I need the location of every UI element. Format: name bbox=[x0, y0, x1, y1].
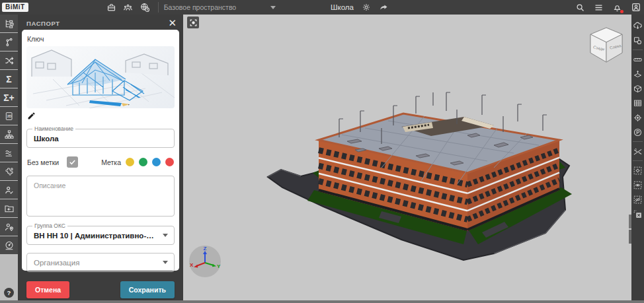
workspace-label: Базовое пространство bbox=[164, 3, 236, 11]
grid-plus-icon[interactable] bbox=[631, 96, 644, 110]
panel-title: ПАСПОРТ bbox=[26, 20, 60, 27]
organization-placeholder: Организация bbox=[27, 253, 163, 271]
chart-waves-icon[interactable] bbox=[0, 144, 18, 162]
search-icon[interactable] bbox=[575, 3, 585, 13]
app-window: BiMiT Базовое пространство Школа bbox=[0, 0, 644, 303]
topbar-divider bbox=[158, 2, 159, 13]
label-chip-blue[interactable] bbox=[152, 158, 161, 166]
name-field[interactable]: Наименование bbox=[26, 129, 175, 148]
user-check-icon[interactable] bbox=[0, 181, 18, 199]
parking-icon[interactable] bbox=[631, 125, 644, 139]
oks-group-select[interactable]: Группа ОКС ВН НН 10 | Административно-де… bbox=[26, 226, 175, 245]
svg-text:2D: 2D bbox=[7, 114, 11, 118]
user-pin-icon[interactable] bbox=[0, 218, 18, 236]
gauge-icon[interactable] bbox=[0, 236, 18, 254]
workspace-dropdown[interactable]: Базовое пространство bbox=[164, 3, 276, 11]
label-chip-yellow[interactable] bbox=[126, 158, 134, 166]
axis-z-label: Z bbox=[204, 246, 207, 252]
selection-gear-icon[interactable] bbox=[631, 163, 644, 178]
notifications-bell-icon[interactable] bbox=[612, 3, 622, 13]
navigation-cube[interactable]: Сзади Слева bbox=[588, 25, 625, 65]
oks-group-label: Группа ОКС bbox=[32, 222, 67, 229]
folder-share-icon[interactable] bbox=[0, 199, 18, 217]
help-button[interactable]: ? bbox=[4, 288, 14, 298]
model-tree-icon[interactable] bbox=[0, 15, 18, 32]
no-label-text: Без метки bbox=[27, 158, 59, 166]
check-icon bbox=[69, 158, 76, 166]
ruler-icon[interactable] bbox=[631, 52, 644, 67]
label-chip-red[interactable] bbox=[165, 158, 174, 166]
name-input[interactable] bbox=[27, 129, 174, 147]
project-title: Школа bbox=[331, 3, 354, 11]
cloud-download-icon[interactable] bbox=[631, 18, 644, 33]
focus-icon bbox=[189, 18, 198, 27]
menu-list-icon[interactable] bbox=[594, 3, 604, 13]
shuffle-icon[interactable] bbox=[0, 51, 18, 69]
axis-y-label: Y bbox=[217, 263, 221, 269]
toolbar-divider bbox=[633, 141, 643, 142]
account-icon[interactable] bbox=[631, 2, 641, 13]
doc-2d-icon[interactable]: 2D bbox=[0, 107, 18, 125]
chevron-down-icon bbox=[163, 261, 168, 264]
organization-select[interactable]: Организация bbox=[26, 253, 175, 272]
key-label: Ключ bbox=[27, 35, 175, 43]
app-logo[interactable]: BiMiT bbox=[2, 3, 28, 12]
label-chip-green[interactable] bbox=[139, 158, 147, 166]
viewport-3d[interactable]: Сзади Слева Z X Y bbox=[183, 15, 631, 300]
section-plane-icon[interactable] bbox=[631, 67, 644, 81]
notification-badge bbox=[620, 10, 624, 13]
selection-eye-icon[interactable] bbox=[631, 178, 644, 192]
team-icon[interactable] bbox=[123, 3, 133, 13]
shapes-select-icon[interactable] bbox=[631, 33, 644, 48]
org-chart-icon[interactable] bbox=[0, 125, 18, 143]
briefcase-icon[interactable] bbox=[106, 3, 116, 13]
model-preview-image[interactable] bbox=[26, 46, 175, 108]
label-picker-text: Метка bbox=[101, 158, 121, 166]
save-button[interactable]: Сохранить bbox=[120, 281, 175, 298]
sigma-plus-icon[interactable]: Σ+ bbox=[0, 88, 18, 106]
share-icon[interactable] bbox=[379, 3, 389, 13]
graph-node-icon[interactable] bbox=[0, 33, 18, 51]
plugin-puzzle-icon[interactable] bbox=[0, 162, 18, 180]
chevron-down-icon bbox=[163, 234, 168, 237]
focus-model-button[interactable] bbox=[187, 17, 199, 28]
gear-icon[interactable] bbox=[362, 3, 371, 12]
top-bar: BiMiT Базовое пространство Школа bbox=[0, 0, 644, 15]
building-model[interactable] bbox=[183, 15, 631, 300]
left-toolbar: Σ Σ+ 2D ? bbox=[0, 15, 18, 300]
name-field-label: Наименование bbox=[32, 125, 75, 132]
target-icon[interactable] bbox=[631, 110, 644, 125]
passport-panel: ПАСПОРТ ✕ Ключ bbox=[18, 15, 183, 300]
description-field[interactable] bbox=[26, 176, 175, 217]
right-toolbar bbox=[631, 15, 644, 300]
selection-eye-off-icon[interactable] bbox=[631, 192, 644, 207]
passport-form: Ключ bbox=[22, 30, 179, 271]
oks-group-value: ВН НН 10 | Административно-деловые объе.… bbox=[27, 226, 163, 244]
axis-x-label: X bbox=[190, 262, 194, 268]
globe-clock-icon[interactable] bbox=[140, 2, 150, 13]
hidden-line-icon[interactable] bbox=[631, 144, 644, 158]
axis-gizmo[interactable]: Z X Y bbox=[189, 246, 221, 277]
description-textarea[interactable] bbox=[27, 176, 174, 213]
toolbar-divider bbox=[633, 50, 643, 50]
selection-delete-icon[interactable] bbox=[631, 207, 644, 221]
edit-pencil-icon[interactable] bbox=[27, 111, 36, 119]
close-icon[interactable]: ✕ bbox=[168, 19, 177, 27]
box-3d-icon[interactable] bbox=[631, 81, 644, 96]
cancel-button[interactable]: Отмена bbox=[26, 281, 69, 298]
sigma-icon[interactable]: Σ bbox=[0, 70, 18, 88]
toolbar-divider bbox=[633, 160, 643, 161]
bottom-edge-bar bbox=[0, 300, 644, 303]
no-label-checkbox[interactable] bbox=[67, 156, 78, 168]
chevron-down-icon bbox=[270, 6, 276, 9]
